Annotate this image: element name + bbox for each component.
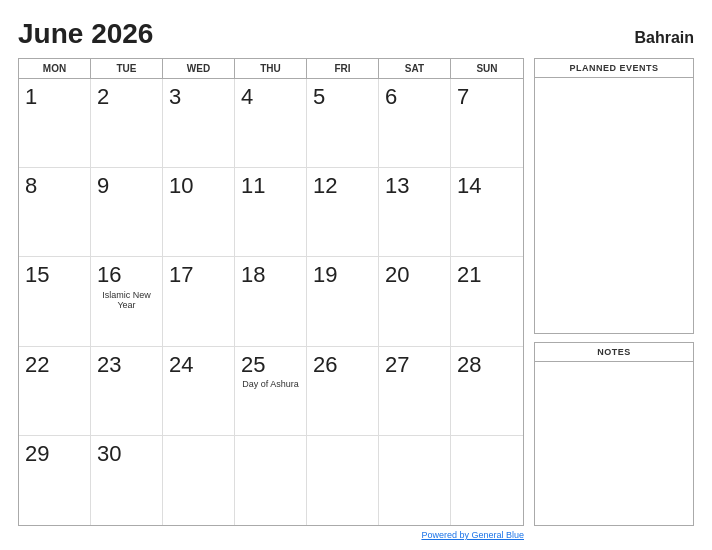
date-number: 10 [169,174,193,198]
cal-cell: 20 [379,257,451,346]
cal-cell: 21 [451,257,523,346]
date-number: 22 [25,353,49,377]
cal-cell: 19 [307,257,379,346]
date-number: 29 [25,442,49,466]
cal-cell [451,436,523,525]
date-number: 7 [457,85,469,109]
date-number: 20 [385,263,409,287]
date-number: 23 [97,353,121,377]
cal-cell: 26 [307,347,379,436]
cal-cell: 7 [451,79,523,168]
day-headers: MONTUEWEDTHUFRISATSUN [19,59,523,79]
cal-cell: 12 [307,168,379,257]
cal-cell: 4 [235,79,307,168]
date-number: 27 [385,353,409,377]
date-number: 14 [457,174,481,198]
cal-cell: 22 [19,347,91,436]
day-header: SAT [379,59,451,78]
footer: Powered by General Blue [18,530,694,540]
cal-cell: 18 [235,257,307,346]
cal-cell [379,436,451,525]
date-number: 25 [241,353,265,377]
date-number: 13 [385,174,409,198]
date-number: 3 [169,85,181,109]
date-number: 16 [97,263,121,287]
day-header: FRI [307,59,379,78]
event-label: Day of Ashura [241,379,300,390]
date-number: 12 [313,174,337,198]
cal-cell: 29 [19,436,91,525]
cal-cell: 28 [451,347,523,436]
cal-cell [163,436,235,525]
date-number: 9 [97,174,109,198]
cal-cell: 27 [379,347,451,436]
header: June 2026 Bahrain [18,18,694,50]
notes-header: NOTES [535,343,693,362]
calendar-section: MONTUEWEDTHUFRISATSUN 123456789101112131… [18,58,524,526]
planned-events-body [535,78,693,333]
date-number: 19 [313,263,337,287]
date-number: 8 [25,174,37,198]
country-title: Bahrain [634,29,694,47]
right-section: PLANNED EVENTS NOTES [534,58,694,526]
day-header: TUE [91,59,163,78]
event-label: Islamic New Year [97,290,156,312]
main-area: MONTUEWEDTHUFRISATSUN 123456789101112131… [18,58,694,526]
cal-cell: 11 [235,168,307,257]
cal-cell: 25Day of Ashura [235,347,307,436]
month-title: June 2026 [18,18,153,50]
date-number: 30 [97,442,121,466]
date-number: 24 [169,353,193,377]
cal-cell: 1 [19,79,91,168]
cal-cell: 30 [91,436,163,525]
cal-cell: 8 [19,168,91,257]
cal-cell: 5 [307,79,379,168]
planned-events-header: PLANNED EVENTS [535,59,693,78]
date-number: 6 [385,85,397,109]
cal-cell: 24 [163,347,235,436]
date-number: 21 [457,263,481,287]
date-number: 4 [241,85,253,109]
notes-box: NOTES [534,342,694,526]
cal-cell: 9 [91,168,163,257]
cal-cell [235,436,307,525]
cal-cell: 13 [379,168,451,257]
cal-cell: 2 [91,79,163,168]
cal-cell: 15 [19,257,91,346]
cal-cell [307,436,379,525]
day-header: WED [163,59,235,78]
planned-events-box: PLANNED EVENTS [534,58,694,334]
date-number: 18 [241,263,265,287]
day-header: MON [19,59,91,78]
notes-body [535,362,693,525]
date-number: 26 [313,353,337,377]
cal-cell: 14 [451,168,523,257]
day-header: THU [235,59,307,78]
cal-cell: 16Islamic New Year [91,257,163,346]
cal-cell: 3 [163,79,235,168]
cal-cell: 6 [379,79,451,168]
date-number: 5 [313,85,325,109]
date-number: 2 [97,85,109,109]
page: June 2026 Bahrain MONTUEWEDTHUFRISATSUN … [0,0,712,550]
cal-cell: 10 [163,168,235,257]
day-header: SUN [451,59,523,78]
calendar-grid: 12345678910111213141516Islamic New Year1… [19,79,523,525]
date-number: 17 [169,263,193,287]
date-number: 11 [241,174,265,198]
date-number: 1 [25,85,37,109]
cal-cell: 17 [163,257,235,346]
cal-cell: 23 [91,347,163,436]
date-number: 28 [457,353,481,377]
date-number: 15 [25,263,49,287]
footer-link[interactable]: Powered by General Blue [421,530,524,540]
